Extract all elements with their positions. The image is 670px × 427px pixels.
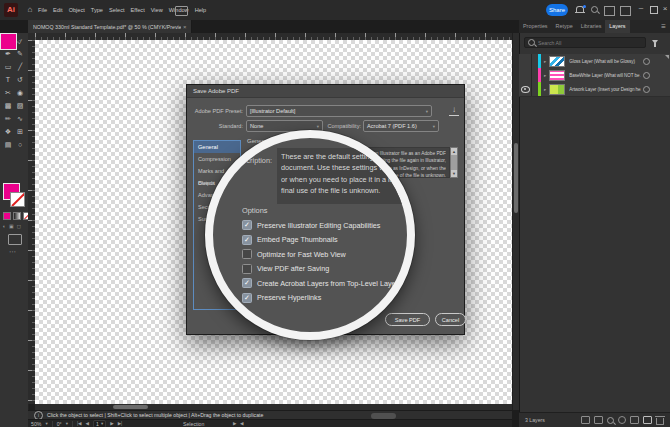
type-tool-icon[interactable]: T: [2, 74, 14, 86]
filter-icon[interactable]: [652, 40, 658, 44]
blend-tool-icon[interactable]: ∿: [14, 113, 26, 125]
horizontal-scrollbar-thumb[interactable]: [113, 405, 148, 409]
make-mask-icon[interactable]: [618, 416, 626, 424]
visibility-cell[interactable]: [519, 82, 532, 96]
option-acrobat-layers[interactable]: ✓ Create Acrobat Layers from Top-Level L…: [242, 278, 402, 288]
tab-properties[interactable]: Properties: [519, 20, 552, 33]
artboard-number-field[interactable]: 1 ▾: [93, 420, 106, 427]
zoom-level-value[interactable]: 50%: [31, 421, 41, 427]
checkbox-icon[interactable]: [242, 249, 252, 259]
option-optimize-web[interactable]: Optimize for Fast Web View: [242, 249, 346, 259]
stroke-color-swatch[interactable]: [10, 192, 25, 207]
new-layer-icon[interactable]: [643, 416, 652, 424]
tab-layers[interactable]: Layers: [605, 20, 629, 33]
target-circle-icon[interactable]: [643, 58, 650, 65]
draw-normal-icon[interactable]: ◐: [3, 223, 6, 229]
description-scrollbar[interactable]: ▲ ▼: [450, 147, 458, 178]
restore-icon[interactable]: [650, 6, 658, 14]
status-prev-icon[interactable]: ◀: [240, 421, 243, 426]
screen-mode-icon[interactable]: [8, 234, 22, 245]
next-artboard-icon[interactable]: ▶: [110, 421, 113, 426]
eyedropper-tool-icon[interactable]: ▤: [2, 139, 14, 151]
menu-help[interactable]: Help: [195, 7, 207, 13]
new-sublayer-icon[interactable]: [630, 416, 639, 424]
last-artboard-icon[interactable]: ▶|: [118, 421, 123, 426]
draw-inside-icon[interactable]: ◻: [17, 223, 21, 229]
collect-export-icon[interactable]: [581, 416, 590, 424]
layer-name[interactable]: Gloss Layer (What will be Glossy): [569, 59, 641, 64]
bell-icon[interactable]: [576, 6, 584, 12]
tab-libraries[interactable]: Libraries: [577, 20, 606, 33]
locate-object-icon[interactable]: [607, 417, 614, 424]
scroll-up-icon[interactable]: ▲: [451, 148, 457, 155]
zoom-chevron-down-icon[interactable]: ▾: [45, 421, 47, 426]
layer-thumbnail[interactable]: [549, 84, 565, 95]
checkbox-icon[interactable]: ✓: [242, 278, 252, 288]
menu-type[interactable]: Type: [91, 7, 103, 13]
menu-view[interactable]: View: [151, 7, 163, 13]
rectangle-tool-icon[interactable]: ▭: [2, 61, 14, 73]
hand-tool-icon[interactable]: ○: [14, 139, 26, 151]
menu-file[interactable]: File: [38, 7, 47, 13]
search-icon[interactable]: [591, 6, 598, 13]
option-view-after-save[interactable]: View PDF after Saving: [242, 264, 329, 274]
rotation-value[interactable]: 0°: [57, 421, 62, 427]
shape-builder-tool-icon[interactable]: ▩: [2, 100, 14, 112]
previous-artboard-icon[interactable]: ◀: [86, 421, 89, 426]
gradient-tool-icon[interactable]: ▨: [14, 100, 26, 112]
preset-dropdown[interactable]: [Illustrator Default] ▾: [246, 105, 432, 117]
draw-behind-icon[interactable]: ▣: [9, 223, 14, 229]
tab-close-icon[interactable]: ×: [183, 24, 187, 30]
document-tab[interactable]: NOMOQ 330ml Standard Template.pdf* @ 50 …: [28, 20, 192, 33]
layer-row-basewhite[interactable]: ▸ BaseWhite Layer (What will NOT be ...: [519, 68, 670, 83]
close-icon[interactable]: ×: [660, 3, 670, 15]
option-preserve-hyperlinks[interactable]: ✓ Preserve Hyperlinks: [242, 293, 321, 303]
symbol-tool-icon[interactable]: ❖: [2, 126, 14, 138]
visibility-cell[interactable]: [519, 54, 532, 68]
checkbox-icon[interactable]: ✓: [242, 235, 252, 245]
layer-name[interactable]: BaseWhite Layer (What will NOT be ...: [569, 73, 641, 78]
more-tools-icon[interactable]: ⋯: [9, 248, 16, 256]
layer-row-artwork[interactable]: ▸ Artwork Layer (Insert your Design he..…: [519, 82, 670, 97]
layer-row-gloss[interactable]: ▸ Gloss Layer (What will be Glossy): [519, 54, 670, 69]
option-preserve-editing[interactable]: ✓ Preserve Illustrator Editing Capabilit…: [242, 220, 380, 230]
rotate-tool-icon[interactable]: ↺: [14, 74, 26, 86]
checkbox-icon[interactable]: [242, 264, 252, 274]
chevron-right-icon[interactable]: ▸: [544, 87, 546, 92]
menu-edit[interactable]: Edit: [53, 7, 63, 13]
share-button[interactable]: Share: [546, 4, 568, 16]
chevron-right-icon[interactable]: ▸: [544, 59, 546, 64]
zoom-tool-icon[interactable]: ◉: [14, 87, 26, 99]
home-icon[interactable]: ⌂: [24, 4, 36, 16]
layer-thumbnail[interactable]: [549, 70, 565, 81]
minimize-icon[interactable]: –: [636, 2, 646, 14]
scissors-tool-icon[interactable]: ✂: [2, 87, 14, 99]
checkbox-icon[interactable]: ✓: [242, 220, 252, 230]
float-window-icon[interactable]: [620, 6, 631, 16]
target-circle-icon[interactable]: [643, 86, 650, 93]
layers-search-input[interactable]: Search All: [524, 37, 646, 48]
menu-select[interactable]: Select: [109, 7, 125, 13]
panel-menu-icon[interactable]: ≡: [661, 20, 666, 33]
first-artboard-icon[interactable]: |◀: [77, 421, 82, 426]
arrange-documents-icon[interactable]: [175, 6, 188, 16]
workspace-grid-icon[interactable]: [604, 6, 615, 16]
fill-color-swatch[interactable]: [0, 33, 17, 50]
layer-thumbnail[interactable]: [549, 56, 565, 67]
scroll-down-icon[interactable]: ▼: [451, 170, 457, 177]
pencil-tool-icon[interactable]: ✏: [2, 113, 14, 125]
artboard-tool-icon[interactable]: ⊞: [14, 126, 26, 138]
visibility-cell[interactable]: [519, 68, 532, 82]
status-next-icon[interactable]: ▶: [233, 421, 236, 426]
export-selection-icon[interactable]: [594, 416, 603, 424]
target-circle-icon[interactable]: [643, 72, 650, 79]
option-embed-thumbnails[interactable]: ✓ Embed Page Thumbnails: [242, 235, 338, 245]
menu-object[interactable]: Object: [69, 7, 85, 13]
layer-name[interactable]: Artwork Layer (Insert your Design he...: [569, 87, 641, 92]
hint-chip[interactable]: [371, 413, 396, 419]
line-tool-icon[interactable]: ╱: [14, 61, 26, 73]
tab-retype[interactable]: Retype: [552, 20, 577, 33]
color-mode-swatch[interactable]: [3, 212, 11, 220]
vertical-scrollbar-thumb[interactable]: [514, 143, 518, 213]
chevron-right-icon[interactable]: ▸: [544, 73, 546, 78]
